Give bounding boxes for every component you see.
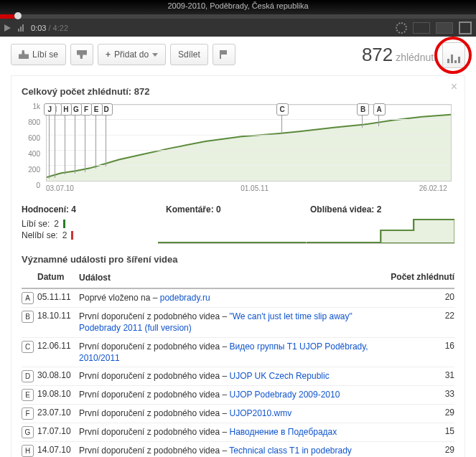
video-overlay-title: 2009-2010, Poděbrady, Česká republika [167, 1, 308, 10]
event-row: F23.07.10První doporučení z podobného vi… [22, 405, 454, 423]
close-icon[interactable]: × [451, 80, 457, 93]
events-section: Významné události pro šíření videa Datum… [22, 254, 454, 457]
event-letter: F [22, 407, 34, 420]
sizemode-icon[interactable] [413, 22, 430, 34]
event-desc: První doporučení z podobného videa – Вид… [79, 341, 397, 364]
thumb-up-icon [19, 50, 29, 59]
event-desc: Poprvé vloženo na – podebrady.ru [79, 292, 397, 303]
event-link[interactable]: Наводнение в Подебрадах [229, 427, 337, 437]
event-link[interactable]: podebrady.ru [160, 293, 210, 303]
event-link[interactable]: Technical class T1 in podebrady [229, 446, 352, 456]
theater-icon[interactable] [436, 22, 453, 34]
event-date: 12.06.11 [37, 341, 79, 351]
event-count: 29 [397, 445, 454, 455]
event-link[interactable]: UJOP UK Czech Republic [229, 371, 329, 381]
event-date: 05.11.11 [37, 292, 79, 302]
favorites-mini-chart [307, 217, 455, 244]
thumb-down-icon [77, 50, 87, 59]
seek-bar[interactable] [0, 14, 476, 19]
event-count: 22 [397, 311, 454, 321]
chart-marker-B: B [357, 103, 369, 116]
event-row: D30.08.10První doporučení z podobného vi… [22, 367, 454, 386]
like-button[interactable]: Líbí se [11, 44, 66, 65]
chart-marker-A: A [373, 103, 386, 116]
event-row: B18.10.11První doporučení z podobného vi… [22, 308, 454, 337]
event-desc: První doporučení z podobného videa – UJO… [79, 407, 397, 419]
video-player[interactable]: 2009-2010, Poděbrady, Česká republika 0:… [0, 0, 476, 37]
likes-row: Líbí se: 2 [22, 219, 158, 229]
share-button[interactable]: Sdílet [170, 44, 208, 65]
panel-title: Celkový počet zhlédnutí: 872 [22, 86, 454, 97]
event-letter: A [22, 292, 34, 304]
event-link[interactable]: UJOP Podebrady 2009-2010 [229, 390, 340, 400]
bar-chart-icon [447, 59, 449, 63]
time-display: 0:03 / 4:22 [31, 24, 68, 32]
event-count: 15 [397, 426, 454, 436]
event-count: 16 [397, 341, 454, 351]
event-letter: E [22, 389, 34, 401]
seek-handle-icon[interactable] [14, 12, 22, 19]
events-title: Významné události pro šíření videa [22, 254, 454, 265]
dislike-button[interactable] [70, 44, 93, 65]
event-date: 17.07.10 [37, 426, 79, 436]
event-letter: D [22, 370, 34, 382]
event-link[interactable]: "We can't just let time slip away" Podeb… [79, 311, 353, 333]
view-count: 872 zhlédnutí [362, 44, 437, 66]
event-row: H14.07.10První doporučení z podobného vi… [22, 442, 454, 457]
statistics-panel: × Celkový počet zhlédnutí: 872 1k8006004… [11, 75, 465, 457]
chart-marker-C: C [276, 103, 289, 116]
event-count: 29 [397, 407, 454, 418]
dislikes-row: Nelíbí se: 2 [22, 230, 158, 240]
event-row: E19.08.10První doporučení z podobného vi… [22, 386, 454, 405]
views-chart: 1k8006004002000 ABCDEFGHIJ 03.07.1001.05… [22, 103, 454, 196]
flag-icon [220, 50, 228, 59]
add-to-button[interactable]: + Přidat do [98, 44, 166, 65]
statistics-button[interactable] [442, 42, 465, 68]
chevron-down-icon [152, 53, 158, 57]
plus-icon: + [106, 50, 111, 60]
event-desc: První doporučení z podobného videa – Нав… [79, 426, 397, 438]
event-count: 31 [397, 370, 454, 380]
event-letter: B [22, 311, 34, 323]
event-desc: První doporučení z podobného videa – UJO… [79, 370, 397, 382]
event-row: G17.07.10První doporučení z podobného vi… [22, 423, 454, 442]
event-letter: C [22, 341, 34, 353]
event-link[interactable]: Видео группы T1 UJOP Poděbrady, 2010/201… [79, 341, 368, 363]
action-bar: Líbí se + Přidat do Sdílet 872 zhlédnutí [0, 37, 476, 75]
event-date: 14.07.10 [37, 445, 79, 455]
event-date: 30.08.10 [37, 370, 79, 380]
chart-marker-E: E [90, 103, 103, 116]
event-date: 23.07.10 [37, 407, 79, 418]
event-link[interactable]: UJOP2010.wmv [229, 408, 291, 418]
event-desc: První doporučení z podobného videa – Tec… [79, 445, 397, 456]
volume-icon[interactable] [18, 24, 24, 32]
event-count: 33 [397, 389, 454, 399]
chart-marker-J: J [44, 103, 56, 116]
event-desc: První doporučení z podobného videa – "We… [79, 311, 397, 334]
event-count: 20 [397, 292, 454, 302]
fullscreen-icon[interactable] [459, 22, 472, 34]
event-date: 18.10.11 [37, 311, 79, 321]
event-row: A05.11.11Poprvé vloženo na – podebrady.r… [22, 289, 454, 308]
gear-icon[interactable] [396, 22, 407, 34]
event-letter: G [22, 426, 34, 438]
event-letter: H [22, 445, 34, 457]
comments-mini-chart [158, 217, 307, 244]
event-date: 19.08.10 [37, 389, 79, 399]
event-row: C12.06.11První doporučení z podobného vi… [22, 338, 454, 367]
event-desc: První doporučení z podobného videa – UJO… [79, 389, 397, 400]
chart-marker-F: F [80, 103, 92, 116]
play-icon[interactable] [4, 24, 11, 32]
flag-button[interactable] [213, 44, 235, 65]
